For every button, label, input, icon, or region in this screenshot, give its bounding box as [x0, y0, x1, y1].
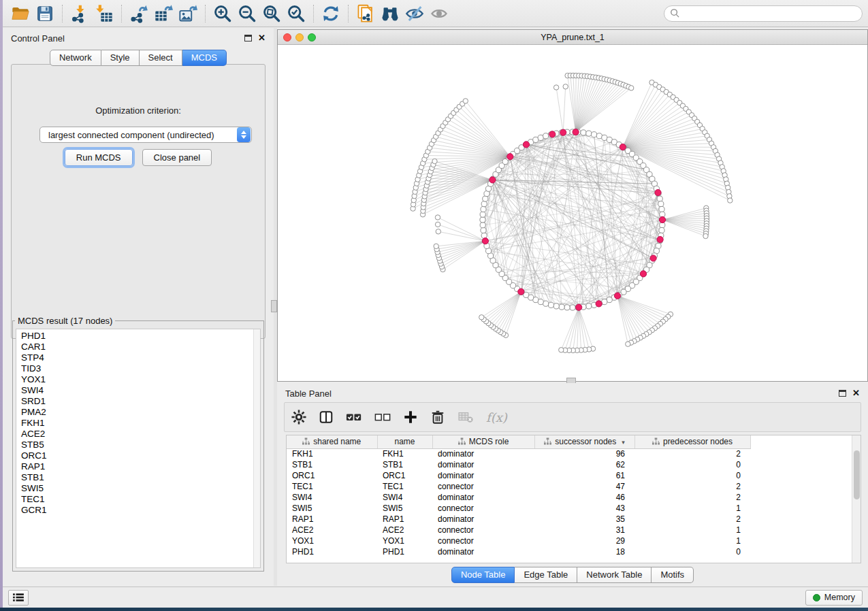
- export-image-icon[interactable]: [176, 3, 199, 24]
- graph-mcds-node[interactable]: [614, 293, 620, 299]
- table-cell[interactable]: 0: [634, 459, 750, 470]
- search-input[interactable]: [684, 9, 856, 18]
- mcds-result-item[interactable]: YOX1: [21, 374, 260, 385]
- table-cell[interactable]: 96: [534, 448, 634, 459]
- table-cell[interactable]: dominator: [432, 459, 534, 470]
- graph-node[interactable]: [479, 315, 484, 320]
- unselect-all-checks-icon[interactable]: [374, 411, 391, 423]
- table-cell[interactable]: 18: [534, 546, 634, 557]
- table-cell[interactable]: FKH1: [377, 448, 432, 459]
- select-all-checks-icon[interactable]: [346, 411, 362, 423]
- window-zoom-icon[interactable]: [308, 33, 316, 42]
- mcds-list-scrollbar[interactable]: [253, 329, 260, 567]
- table-cell[interactable]: TEC1: [377, 481, 432, 492]
- graph-node[interactable]: [559, 348, 564, 352]
- mcds-result-item[interactable]: TID3: [21, 363, 260, 374]
- table-cell[interactable]: ACE2: [287, 525, 377, 535]
- window-minimize-icon[interactable]: [295, 33, 304, 42]
- graph-mcds-node[interactable]: [657, 236, 663, 242]
- table-scrollbar-thumb[interactable]: [854, 450, 860, 499]
- graph-node[interactable]: [481, 227, 486, 233]
- table-cell[interactable]: dominator: [432, 448, 534, 459]
- graph-mcds-node[interactable]: [659, 216, 665, 222]
- column-header-predecessor-nodes[interactable]: predecessor nodes: [634, 435, 750, 448]
- table-cell[interactable]: 46: [534, 492, 634, 503]
- graph-node[interactable]: [586, 131, 592, 136]
- mcds-result-item[interactable]: SRD1: [21, 396, 260, 407]
- graph-node[interactable]: [703, 233, 708, 238]
- run-mcds-button[interactable]: Run MCDS: [65, 149, 133, 166]
- graph-node[interactable]: [480, 217, 485, 222]
- graph-node[interactable]: [626, 342, 630, 346]
- show-hidden-icon[interactable]: [428, 3, 451, 24]
- mcds-result-item[interactable]: STP4: [21, 352, 260, 363]
- table-row[interactable]: YOX1YOX1connector291: [287, 535, 750, 546]
- graph-node[interactable]: [659, 227, 664, 233]
- table-cell[interactable]: 0: [634, 546, 750, 557]
- mcds-result-item[interactable]: STB1: [21, 472, 260, 483]
- table-cell[interactable]: 2: [634, 448, 750, 459]
- tab-network-table[interactable]: Network Table: [577, 567, 652, 583]
- table-cell[interactable]: SWI4: [377, 492, 432, 503]
- column-header-name[interactable]: name: [377, 435, 432, 448]
- hide-selected-icon[interactable]: [403, 3, 426, 24]
- settings-gear-icon[interactable]: [291, 410, 306, 425]
- mcds-result-item[interactable]: SWI4: [21, 385, 260, 396]
- table-cell[interactable]: dominator: [432, 470, 534, 481]
- column-header-successor-nodes[interactable]: successor nodes▾: [534, 435, 634, 448]
- table-cell[interactable]: STB1: [377, 459, 432, 470]
- mcds-result-item[interactable]: SWI5: [21, 483, 260, 494]
- table-row[interactable]: FKH1FKH1dominator962: [287, 448, 750, 459]
- graph-node[interactable]: [553, 303, 559, 309]
- graph-node[interactable]: [483, 196, 488, 201]
- graph-mcds-node[interactable]: [482, 238, 488, 244]
- close-panel-icon[interactable]: ✕: [852, 390, 860, 397]
- table-cell[interactable]: connector: [432, 535, 534, 546]
- zoom-selected-icon[interactable]: [285, 3, 308, 24]
- table-cell[interactable]: RAP1: [287, 514, 377, 525]
- graph-mcds-node[interactable]: [549, 131, 556, 137]
- table-scrollbar[interactable]: [852, 435, 861, 563]
- show-columns-icon[interactable]: [319, 410, 334, 425]
- table-cell[interactable]: 2: [634, 481, 750, 492]
- table-cell[interactable]: 1: [634, 535, 750, 546]
- add-row-icon[interactable]: [403, 410, 418, 425]
- graph-node[interactable]: [657, 196, 662, 201]
- table-cell[interactable]: RAP1: [377, 514, 432, 525]
- graph-node[interactable]: [432, 159, 437, 163]
- table-cell[interactable]: ACE2: [377, 525, 432, 535]
- table-cell[interactable]: connector: [432, 525, 534, 535]
- table-cell[interactable]: ORC1: [287, 470, 377, 481]
- table-cell[interactable]: SWI4: [287, 492, 377, 503]
- mcds-result-item[interactable]: ACE2: [21, 429, 260, 440]
- graph-node[interactable]: [463, 99, 468, 103]
- table-cell[interactable]: 31: [534, 525, 634, 535]
- column-header-shared-name[interactable]: shared name: [287, 435, 377, 448]
- float-panel-icon[interactable]: [839, 390, 846, 397]
- graph-mcds-node[interactable]: [507, 154, 513, 160]
- network-window-titlebar[interactable]: YPA_prune.txt_1: [278, 30, 867, 45]
- tab-select[interactable]: Select: [140, 50, 182, 66]
- graph-node[interactable]: [563, 84, 568, 89]
- graph-mcds-node[interactable]: [650, 255, 656, 261]
- mcds-result-item[interactable]: FKH1: [21, 418, 260, 429]
- graph-node[interactable]: [548, 302, 553, 308]
- search-box[interactable]: [664, 5, 863, 22]
- graph-node[interactable]: [596, 133, 602, 139]
- graph-node[interactable]: [543, 133, 549, 139]
- table-row[interactable]: SWI4SWI4dominator462: [287, 492, 750, 503]
- graph-node[interactable]: [538, 135, 543, 140]
- table-cell[interactable]: YOX1: [287, 535, 377, 546]
- mcds-result-item[interactable]: GCR1: [21, 505, 260, 516]
- memory-button[interactable]: Memory: [805, 590, 863, 606]
- save-session-icon[interactable]: [33, 3, 57, 24]
- mcds-result-item[interactable]: PHD1: [21, 331, 260, 342]
- mcds-result-item[interactable]: RAP1: [21, 461, 260, 472]
- table-row[interactable]: PHD1PHD1dominator180: [287, 546, 750, 557]
- table-cell[interactable]: TEC1: [287, 481, 377, 492]
- window-close-icon[interactable]: [283, 33, 291, 42]
- tab-edge-table[interactable]: Edge Table: [515, 567, 577, 583]
- graph-node[interactable]: [543, 301, 549, 306]
- graph-node[interactable]: [581, 130, 586, 135]
- table-cell[interactable]: 35: [534, 514, 634, 525]
